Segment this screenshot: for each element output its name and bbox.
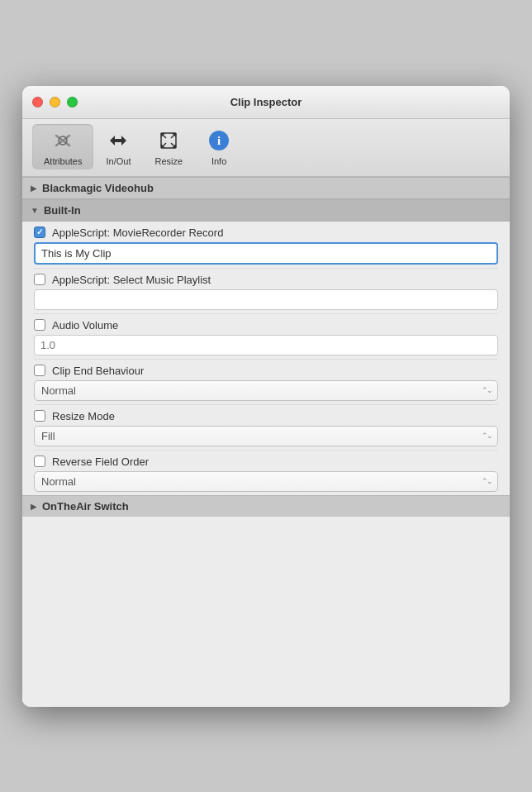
audio-volume-label: Audio Volume [52,319,118,332]
blackmagic-arrow: ▶ [31,184,37,193]
select-music-input[interactable] [34,289,498,310]
blackmagic-section-header[interactable]: ▶ Blackmagic Videohub [22,177,510,199]
attributes-icon [50,127,76,154]
property-movie-recorder: AppleScript: MovieRecorder Record [34,222,498,269]
clip-end-select[interactable]: Normal Loop Stop [34,380,498,401]
builtin-arrow: ▼ [31,206,39,215]
reverse-field-select-wrapper: Normal Reversed [34,471,498,492]
inout-icon [105,127,131,154]
property-clip-end: Clip End Behaviour Normal Loop Stop [34,360,498,405]
maximize-button[interactable] [67,97,78,107]
movie-recorder-header: AppleScript: MovieRecorder Record [34,227,498,239]
resize-mode-label: Resize Mode [52,410,115,422]
select-music-checkbox[interactable] [34,274,45,285]
ontheair-section-header[interactable]: ▶ OnTheAir Switch [22,495,510,517]
info-label: Info [211,156,226,166]
titlebar: Clip Inspector [22,86,510,119]
builtin-section-header[interactable]: ▼ Built-In [22,199,510,222]
movie-recorder-input[interactable] [34,242,498,265]
clip-end-header: Clip End Behaviour [34,365,498,377]
content-area: ▶ Blackmagic Videohub ▼ Built-In AppleSc… [22,177,510,707]
clip-inspector-window: Clip Inspector Attributes In/Out [22,86,510,707]
bottom-empty-area [22,517,510,707]
select-music-label: AppleScript: Select Music Playlist [52,274,211,286]
close-button[interactable] [32,97,43,107]
svg-text:i: i [217,134,221,147]
resize-label: Resize [154,156,183,166]
property-reverse-field: Reverse Field Order Normal Reversed [34,451,498,495]
reverse-field-select[interactable]: Normal Reversed [34,471,498,492]
window-title: Clip Inspector [230,96,302,108]
reverse-field-checkbox[interactable] [34,456,45,467]
info-icon: i [206,127,232,154]
clip-end-label: Clip End Behaviour [52,365,144,377]
audio-volume-header: Audio Volume [34,319,498,332]
toolbar-attributes[interactable]: Attributes [32,124,93,169]
resize-mode-select[interactable]: Fill Fit Stretch [34,426,498,446]
property-resize-mode: Resize Mode Fill Fit Stretch [34,405,498,451]
movie-recorder-label: AppleScript: MovieRecorder Record [52,227,223,239]
resize-mode-select-wrapper: Fill Fit Stretch [34,426,498,446]
resize-mode-header: Resize Mode [34,410,498,422]
clip-end-checkbox[interactable] [34,365,45,376]
property-audio-volume: Audio Volume [34,314,498,360]
ontheair-title: OnTheAir Switch [42,500,129,513]
minimize-button[interactable] [50,97,60,107]
resize-icon [155,127,182,154]
ontheair-arrow: ▶ [31,502,37,511]
audio-volume-input[interactable] [34,335,498,355]
blackmagic-title: Blackmagic Videohub [42,182,154,194]
toolbar: Attributes In/Out [22,119,510,177]
resize-mode-checkbox[interactable] [34,410,45,422]
toolbar-inout[interactable]: In/Out [93,124,143,169]
attributes-label: Attributes [44,156,82,166]
property-select-music: AppleScript: Select Music Playlist [34,269,498,314]
inout-label: In/Out [106,156,131,166]
clip-end-select-wrapper: Normal Loop Stop [34,380,498,401]
select-music-header: AppleScript: Select Music Playlist [34,274,498,286]
toolbar-resize[interactable]: Resize [143,124,194,169]
builtin-title: Built-In [44,204,81,217]
builtin-properties: AppleScript: MovieRecorder Record AppleS… [22,222,510,495]
titlebar-buttons [32,97,78,107]
reverse-field-header: Reverse Field Order [34,456,498,468]
toolbar-info[interactable]: i Info [194,124,244,169]
svg-marker-3 [110,136,126,146]
movie-recorder-checkbox[interactable] [34,227,45,238]
audio-volume-checkbox[interactable] [34,319,45,331]
reverse-field-label: Reverse Field Order [52,456,149,468]
